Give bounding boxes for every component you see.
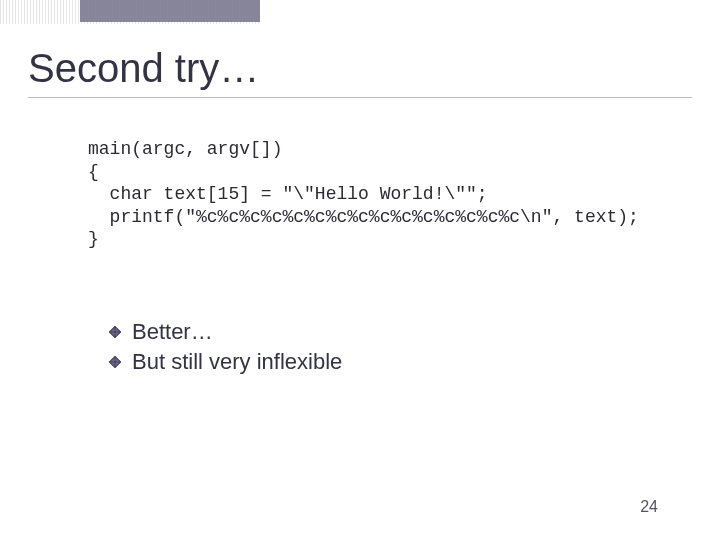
code-line-4: printf("%c%c%c%c%c%c%c%c%c%c%c%c%c%c%c\n… <box>88 207 639 227</box>
title-underline <box>28 97 692 98</box>
list-item: But still very inflexible <box>108 349 692 375</box>
page-number: 24 <box>640 498 658 516</box>
code-line-2: { <box>88 162 99 182</box>
diamond-bullet-icon <box>108 325 122 339</box>
code-line-5: } <box>88 229 99 249</box>
slide-content: Second try… main(argc, argv[]) { char te… <box>0 0 720 540</box>
slide-title: Second try… <box>28 46 692 91</box>
list-item: Better… <box>108 319 692 345</box>
bullet-text: Better… <box>132 319 213 345</box>
code-line-3: char text[15] = "\"Hello World!\""; <box>88 184 488 204</box>
code-line-1: main(argc, argv[]) <box>88 139 282 159</box>
bullet-list: Better… But still very inflexible <box>108 319 692 375</box>
bullet-text: But still very inflexible <box>132 349 342 375</box>
code-block: main(argc, argv[]) { char text[15] = "\"… <box>88 138 692 251</box>
diamond-bullet-icon <box>108 355 122 369</box>
